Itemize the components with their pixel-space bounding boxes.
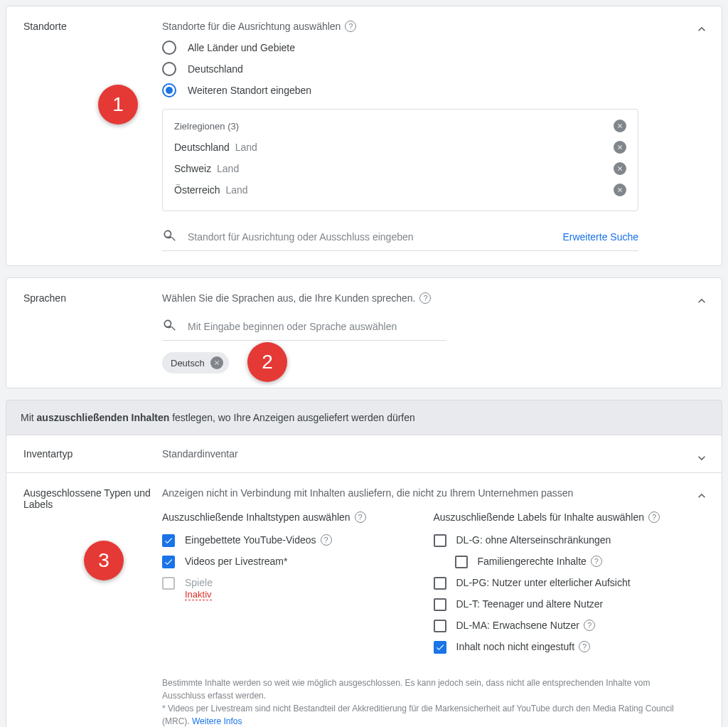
radio-custom-label: Weiteren Standort eingeben	[188, 85, 311, 96]
help-icon[interactable]	[321, 534, 332, 546]
target-name: Schweiz	[174, 163, 211, 174]
footnote-1: Bestimmte Inhalte werden so weit wie mög…	[162, 676, 676, 702]
checkbox-label: Eingebettete YouTube-Videos	[185, 534, 316, 546]
help-icon[interactable]	[345, 21, 356, 32]
language-search-input[interactable]	[188, 321, 446, 332]
locations-subtitle: Standorte für die Ausrichtung auswählen	[162, 21, 341, 32]
clear-all-icon[interactable]	[614, 120, 626, 132]
collapse-icon[interactable]	[693, 292, 710, 309]
excluded-types-card: Ausgeschlossene Typen und Labels 3 Anzei…	[6, 473, 722, 727]
remove-target-icon[interactable]	[614, 141, 626, 154]
header-post: festlegen, wo Ihre Anzeigen ausgeliefert…	[169, 412, 415, 423]
target-type: Land	[217, 163, 239, 174]
checkbox-games: Spiele Inaktiv	[162, 577, 405, 600]
target-type: Land	[225, 184, 247, 196]
checkbox-dl-g[interactable]: DL-G: ohne Alterseinschränkungen	[434, 534, 677, 547]
target-name: Deutschland	[174, 142, 230, 153]
more-info-link[interactable]: Weitere Infos	[192, 716, 242, 726]
callout-3: 3	[84, 541, 124, 580]
checkbox-dl-pg[interactable]: DL-PG: Nutzer unter elterlicher Aufsicht	[434, 577, 677, 590]
excluded-label: Ausgeschlossene Typen und Labels	[23, 487, 162, 727]
checkbox-livestream[interactable]: Videos per Livestream*	[162, 556, 405, 568]
help-icon[interactable]	[419, 292, 431, 304]
checkbox-label: DL-T: Teenager und ältere Nutzer	[456, 598, 604, 610]
chip-label: Deutsch	[171, 358, 205, 368]
collapse-icon[interactable]	[693, 21, 710, 38]
languages-label: Sprachen	[23, 292, 162, 373]
target-row: Deutschland Land	[174, 137, 626, 158]
locations-label: Standorte	[23, 21, 162, 251]
header-bold: auszuschließenden Inhalten	[37, 412, 170, 423]
radio-germany[interactable]: Deutschland	[162, 62, 676, 76]
radio-all-countries[interactable]: Alle Länder und Gebiete	[162, 41, 676, 55]
checkbox-family-friendly[interactable]: Familiengerechte Inhalte	[455, 556, 677, 568]
help-icon[interactable]	[584, 620, 595, 631]
search-icon	[162, 318, 176, 334]
checkbox-label: Familiengerechte Inhalte	[478, 556, 587, 567]
target-name: Österreich	[174, 184, 220, 196]
checkbox-label: Inhalt noch nicht eingestuft	[456, 641, 575, 652]
checkbox-label: DL-MA: Erwachsene Nutzer	[456, 620, 580, 631]
target-regions-box: Zielregionen (3) Deutschland Land Schwei…	[162, 109, 638, 211]
advanced-search-link[interactable]: Erweiterte Suche	[562, 231, 638, 243]
radio-all-label: Alle Länder und Gebiete	[188, 42, 295, 53]
help-icon[interactable]	[648, 511, 660, 523]
languages-card: Sprachen Wählen Sie die Sprachen aus, di…	[6, 277, 722, 388]
help-icon[interactable]	[579, 641, 590, 652]
inactive-badge: Inaktiv	[185, 589, 212, 600]
remove-target-icon[interactable]	[614, 184, 626, 196]
checkbox-label: DL-PG: Nutzer unter elterlicher Aufsicht	[456, 577, 631, 588]
target-row: Österreich Land	[174, 179, 626, 201]
location-search-input[interactable]	[188, 231, 545, 243]
collapse-icon[interactable]	[693, 487, 710, 504]
header-pre: Mit	[21, 412, 37, 423]
exclusions-section: Mit auszuschließenden Inhalten festlegen…	[6, 400, 722, 727]
inventory-type-row[interactable]: Inventartyp Standardinventar	[6, 435, 722, 473]
help-icon[interactable]	[591, 556, 602, 567]
languages-subtitle: Wählen Sie die Sprachen aus, die Ihre Ku…	[162, 292, 415, 304]
checkbox-dl-ma[interactable]: DL-MA: Erwachsene Nutzer	[434, 620, 677, 632]
remove-chip-icon[interactable]	[210, 356, 223, 369]
inventory-value: Standardinventar	[162, 448, 238, 460]
checkbox-label: DL-G: ohne Alterseinschränkungen	[456, 534, 611, 546]
types-col-title: Auszuschließende Inhaltstypen auswählen	[162, 511, 350, 523]
target-type: Land	[235, 142, 257, 153]
checkbox-label: Spiele	[185, 577, 213, 588]
expand-icon[interactable]	[693, 450, 710, 467]
exclusions-header: Mit auszuschließenden Inhalten festlegen…	[6, 400, 722, 435]
remove-target-icon[interactable]	[614, 162, 626, 175]
checkbox-dl-t[interactable]: DL-T: Teenager und ältere Nutzer	[434, 598, 677, 611]
help-icon[interactable]	[355, 511, 366, 523]
excluded-desc: Anzeigen nicht in Verbindung mit Inhalte…	[162, 487, 676, 499]
checkbox-label: Videos per Livestream	[185, 556, 284, 567]
checkbox-not-rated[interactable]: Inhalt noch nicht eingestuft	[434, 641, 677, 654]
inventory-label: Inventartyp	[23, 448, 162, 460]
callout-2: 2	[247, 342, 287, 382]
checkbox-embedded-youtube[interactable]: Eingebettete YouTube-Videos	[162, 534, 405, 547]
locations-card: Standorte Standorte für die Ausrichtung …	[6, 6, 722, 266]
targets-title: Zielregionen (3)	[174, 121, 239, 132]
target-row: Schweiz Land	[174, 158, 626, 179]
radio-custom-location[interactable]: Weiteren Standort eingeben	[162, 83, 676, 97]
radio-de-label: Deutschland	[188, 63, 243, 75]
labels-col-title: Auszuschließende Labels für Inhalte ausw…	[434, 511, 645, 523]
language-chip: Deutsch	[162, 352, 229, 373]
search-icon	[162, 228, 176, 245]
callout-1: 1	[98, 85, 138, 124]
